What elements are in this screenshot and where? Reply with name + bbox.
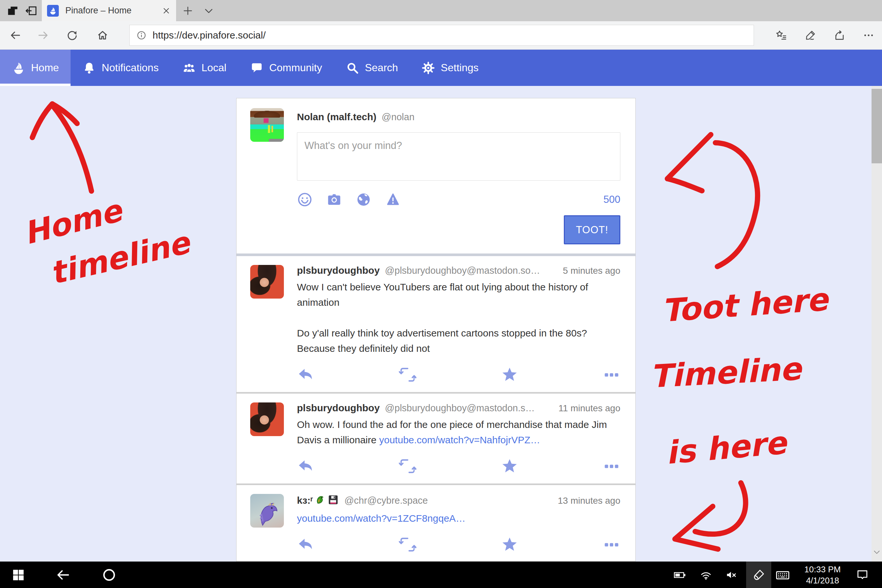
content-warning-icon[interactable] <box>385 192 401 207</box>
address-bar[interactable]: https://dev.pinafore.social/ <box>129 25 754 46</box>
forward-button[interactable] <box>37 29 49 41</box>
reply-icon[interactable] <box>297 536 315 554</box>
post-link[interactable]: youtube.com/watch?v=1ZCF8ngqeA… <box>297 513 465 524</box>
post-display-name[interactable]: plsburydoughboy <box>297 265 380 276</box>
timeline-post[interactable]: kз:ʳ @chr@cybre.space 13 minutes ago you… <box>237 485 635 561</box>
home-button[interactable] <box>97 29 108 41</box>
nav-item-local[interactable]: Local <box>171 50 238 86</box>
favorites-hub-icon[interactable] <box>776 29 787 41</box>
people-icon <box>182 61 196 75</box>
clock-time: 10:33 PM <box>803 564 842 575</box>
post-text: Do y'all really think toy advertisement … <box>297 326 620 356</box>
post-timestamp: 11 minutes ago <box>559 403 620 414</box>
nav-label: Settings <box>441 62 478 74</box>
nav-label: Notifications <box>102 62 158 74</box>
reply-icon[interactable] <box>297 366 315 384</box>
pinafore-favicon <box>47 5 59 16</box>
cortana-button[interactable] <box>102 568 116 582</box>
gear-icon <box>422 61 435 75</box>
emoji-icon[interactable] <box>297 192 313 207</box>
taskbar-clock[interactable]: 10:33 PM 4/1/2018 <box>803 564 842 586</box>
tab-close-icon[interactable] <box>162 6 171 15</box>
settings-more-icon[interactable] <box>863 29 874 41</box>
taskbar-back-button[interactable] <box>56 567 70 582</box>
timeline-column: Nolan (malf.tech) @nolan 500 TOOT! <box>236 98 636 561</box>
compose-display-name: Nolan (malf.tech) <box>297 111 376 123</box>
page-scrollbar[interactable] <box>872 86 882 561</box>
bell-icon <box>82 61 96 75</box>
wifi-icon[interactable] <box>700 569 712 581</box>
globe-icon[interactable] <box>356 192 371 207</box>
new-tab-button[interactable] <box>182 5 194 16</box>
divider <box>237 254 635 256</box>
pinafore-nav-bar: Home Notifications Local Community Searc… <box>0 50 882 87</box>
favorite-star-icon[interactable] <box>501 458 518 475</box>
start-button[interactable] <box>12 568 25 582</box>
favorite-star-icon[interactable] <box>501 366 518 384</box>
nav-item-search[interactable]: Search <box>334 50 410 86</box>
clock-date: 4/1/2018 <box>803 575 842 586</box>
sailboat-icon <box>12 61 26 75</box>
web-note-icon[interactable] <box>805 29 816 41</box>
nav-item-settings[interactable]: Settings <box>410 50 490 86</box>
nav-item-community[interactable]: Community <box>238 50 334 86</box>
avatar[interactable] <box>250 494 284 528</box>
windows-taskbar: 10:33 PM 4/1/2018 <box>0 561 882 588</box>
share-icon[interactable] <box>834 29 845 41</box>
dragon-emoji <box>314 494 326 506</box>
toot-button[interactable]: TOOT! <box>564 215 620 244</box>
timeline-post[interactable]: plsburydoughboy @plsburydoughboy@mastodo… <box>237 394 635 483</box>
nav-item-notifications[interactable]: Notifications <box>70 50 170 86</box>
back-button[interactable] <box>9 29 21 41</box>
restore-tabs-icon[interactable] <box>25 4 37 17</box>
nav-label: Community <box>269 62 322 74</box>
more-options-icon[interactable] <box>603 458 620 475</box>
more-options-icon[interactable] <box>603 536 620 554</box>
url-text: https://dev.pinafore.social/ <box>153 30 266 41</box>
site-info-icon[interactable] <box>136 30 147 40</box>
chat-bubble-icon <box>250 61 264 75</box>
avatar[interactable] <box>250 108 284 142</box>
page-background: Nolan (malf.tech) @nolan 500 TOOT! <box>0 86 882 561</box>
avatar[interactable] <box>250 265 284 298</box>
post-text: Wow I can't believe YouTubers are flat o… <box>297 279 620 310</box>
post-timestamp: 5 minutes ago <box>563 266 620 276</box>
touch-keyboard-icon[interactable] <box>776 568 790 582</box>
avatar[interactable] <box>250 402 284 436</box>
nav-label: Search <box>365 62 398 74</box>
reply-icon[interactable] <box>297 458 315 475</box>
browser-tab[interactable]: Pinafore – Home <box>42 0 176 21</box>
tab-title: Pinafore – Home <box>65 6 162 16</box>
nav-label: Local <box>201 62 227 74</box>
compose-input[interactable] <box>297 132 620 181</box>
nav-label: Home <box>31 62 59 74</box>
browser-toolbar: https://dev.pinafore.social/ <box>0 21 882 50</box>
tab-preview-chevron-icon[interactable] <box>203 5 214 16</box>
post-display-name[interactable]: kз:ʳ <box>297 494 339 506</box>
post-link[interactable]: youtube.com/watch?v=NahfojrVPZ… <box>379 435 540 445</box>
boost-icon[interactable] <box>399 458 417 475</box>
favorite-star-icon[interactable] <box>501 536 518 554</box>
boost-icon[interactable] <box>399 536 417 554</box>
windows-ink-workspace-button[interactable] <box>746 561 771 588</box>
post-timestamp: 13 minutes ago <box>558 495 620 506</box>
scroll-down-arrow-icon[interactable] <box>873 548 881 556</box>
boost-icon[interactable] <box>399 366 417 384</box>
volume-muted-icon[interactable] <box>725 569 738 581</box>
post-display-name[interactable]: plsburydoughboy <box>297 402 380 414</box>
floppy-disk-emoji <box>327 494 339 506</box>
scrollbar-thumb[interactable] <box>872 89 882 164</box>
more-options-icon[interactable] <box>603 366 620 384</box>
compose-handle: @nolan <box>381 112 414 123</box>
camera-icon[interactable] <box>326 192 342 207</box>
search-icon <box>346 61 359 75</box>
refresh-button[interactable] <box>66 29 78 41</box>
timeline-post[interactable]: plsburydoughboy @plsburydoughboy@mastodo… <box>237 256 635 392</box>
set-tabs-aside-icon[interactable] <box>6 4 19 17</box>
browser-tab-strip: Pinafore – Home <box>0 0 882 21</box>
post-handle: @plsburydoughboy@mastodon.so… <box>385 265 540 276</box>
battery-icon[interactable] <box>674 569 686 581</box>
nav-item-home[interactable]: Home <box>0 50 70 86</box>
pen-icon <box>752 568 765 582</box>
action-center-icon[interactable] <box>856 568 869 582</box>
